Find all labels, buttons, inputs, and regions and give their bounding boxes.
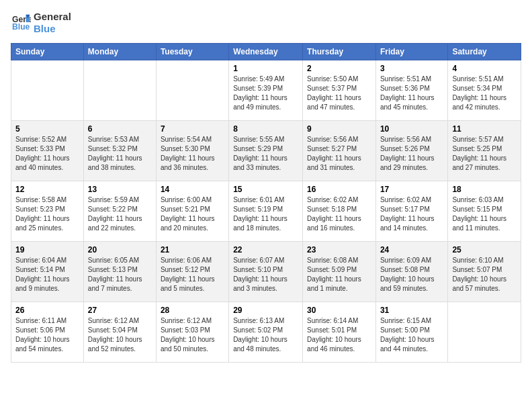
day-info: Sunrise: 6:09 AM Sunset: 5:08 PM Dayligh…	[380, 256, 443, 293]
day-info: Sunrise: 5:56 AM Sunset: 5:26 PM Dayligh…	[380, 135, 443, 173]
calendar-cell: 21Sunrise: 6:06 AM Sunset: 5:12 PM Dayli…	[156, 242, 228, 302]
day-number: 14	[161, 185, 224, 194]
day-info: Sunrise: 5:52 AM Sunset: 5:33 PM Dayligh…	[15, 135, 79, 173]
day-number: 12	[15, 185, 79, 194]
day-header-saturday: Saturday	[448, 44, 521, 60]
calendar-cell: 29Sunrise: 6:13 AM Sunset: 5:02 PM Dayli…	[229, 302, 303, 363]
week-row-3: 12Sunrise: 5:58 AM Sunset: 5:23 PM Dayli…	[11, 181, 521, 242]
day-header-thursday: Thursday	[303, 44, 376, 60]
calendar-cell: 26Sunrise: 6:11 AM Sunset: 5:06 PM Dayli…	[11, 302, 84, 363]
day-header-tuesday: Tuesday	[156, 44, 228, 60]
day-number: 7	[161, 124, 224, 134]
day-info: Sunrise: 6:08 AM Sunset: 5:09 PM Dayligh…	[307, 256, 371, 293]
day-info: Sunrise: 5:55 AM Sunset: 5:29 PM Dayligh…	[233, 135, 298, 173]
day-number: 15	[233, 185, 298, 194]
day-number: 2	[307, 64, 371, 73]
day-header-friday: Friday	[375, 44, 447, 60]
calendar-cell: 18Sunrise: 6:03 AM Sunset: 5:15 PM Dayli…	[448, 181, 521, 242]
calendar-cell	[156, 60, 228, 121]
day-header-sunday: Sunday	[11, 44, 84, 60]
calendar-cell: 7Sunrise: 5:54 AM Sunset: 5:30 PM Daylig…	[156, 121, 228, 181]
day-info: Sunrise: 5:53 AM Sunset: 5:32 PM Dayligh…	[88, 135, 152, 173]
day-info: Sunrise: 6:06 AM Sunset: 5:12 PM Dayligh…	[161, 256, 224, 293]
calendar-cell: 22Sunrise: 6:07 AM Sunset: 5:10 PM Dayli…	[229, 242, 303, 302]
calendar-cell: 15Sunrise: 6:01 AM Sunset: 5:19 PM Dayli…	[229, 181, 303, 242]
day-info: Sunrise: 5:59 AM Sunset: 5:22 PM Dayligh…	[88, 195, 152, 233]
calendar-cell: 1Sunrise: 5:49 AM Sunset: 5:39 PM Daylig…	[229, 60, 303, 121]
day-number: 17	[380, 185, 443, 194]
day-info: Sunrise: 6:14 AM Sunset: 5:01 PM Dayligh…	[307, 316, 371, 354]
day-number: 23	[307, 245, 371, 255]
calendar-cell: 14Sunrise: 6:00 AM Sunset: 5:21 PM Dayli…	[156, 181, 228, 242]
day-number: 21	[161, 245, 224, 255]
calendar-cell: 11Sunrise: 5:57 AM Sunset: 5:25 PM Dayli…	[448, 121, 521, 181]
day-info: Sunrise: 6:05 AM Sunset: 5:13 PM Dayligh…	[88, 256, 152, 293]
day-number: 24	[380, 245, 443, 255]
day-info: Sunrise: 5:57 AM Sunset: 5:25 PM Dayligh…	[452, 135, 517, 173]
calendar-cell: 30Sunrise: 6:14 AM Sunset: 5:01 PM Dayli…	[303, 302, 376, 363]
day-number: 8	[233, 124, 298, 134]
calendar-cell	[11, 60, 84, 121]
week-row-2: 5Sunrise: 5:52 AM Sunset: 5:33 PM Daylig…	[11, 121, 521, 181]
logo-general: General	[34, 11, 71, 23]
day-number: 29	[233, 306, 298, 315]
day-number: 27	[88, 306, 152, 315]
day-number: 11	[452, 124, 517, 134]
day-info: Sunrise: 6:03 AM Sunset: 5:15 PM Dayligh…	[452, 195, 517, 233]
day-info: Sunrise: 5:50 AM Sunset: 5:37 PM Dayligh…	[307, 75, 371, 112]
day-number: 22	[233, 245, 298, 255]
week-row-1: 1Sunrise: 5:49 AM Sunset: 5:39 PM Daylig…	[11, 60, 521, 121]
calendar-cell: 10Sunrise: 5:56 AM Sunset: 5:26 PM Dayli…	[375, 121, 447, 181]
day-info: Sunrise: 6:00 AM Sunset: 5:21 PM Dayligh…	[161, 195, 224, 233]
day-info: Sunrise: 5:51 AM Sunset: 5:34 PM Dayligh…	[452, 75, 517, 112]
day-info: Sunrise: 5:54 AM Sunset: 5:30 PM Dayligh…	[161, 135, 224, 173]
day-number: 18	[452, 185, 517, 194]
day-number: 26	[15, 306, 79, 315]
day-info: Sunrise: 6:01 AM Sunset: 5:19 PM Dayligh…	[233, 195, 298, 233]
calendar-cell: 3Sunrise: 5:51 AM Sunset: 5:36 PM Daylig…	[375, 60, 447, 121]
day-number: 10	[380, 124, 443, 134]
calendar-cell: 25Sunrise: 6:10 AM Sunset: 5:07 PM Dayli…	[448, 242, 521, 302]
day-header-wednesday: Wednesday	[229, 44, 303, 60]
day-header-monday: Monday	[83, 44, 156, 60]
calendar-cell: 16Sunrise: 6:02 AM Sunset: 5:18 PM Dayli…	[303, 181, 376, 242]
day-number: 1	[233, 64, 298, 73]
calendar-cell	[448, 302, 521, 363]
calendar-table: SundayMondayTuesdayWednesdayThursdayFrid…	[11, 43, 521, 363]
calendar-cell: 20Sunrise: 6:05 AM Sunset: 5:13 PM Dayli…	[83, 242, 156, 302]
calendar-cell: 17Sunrise: 6:02 AM Sunset: 5:17 PM Dayli…	[375, 181, 447, 242]
calendar-cell: 13Sunrise: 5:59 AM Sunset: 5:22 PM Dayli…	[83, 181, 156, 242]
calendar-cell: 6Sunrise: 5:53 AM Sunset: 5:32 PM Daylig…	[83, 121, 156, 181]
days-header-row: SundayMondayTuesdayWednesdayThursdayFrid…	[11, 44, 521, 60]
calendar-cell: 2Sunrise: 5:50 AM Sunset: 5:37 PM Daylig…	[303, 60, 376, 121]
day-info: Sunrise: 5:51 AM Sunset: 5:36 PM Dayligh…	[380, 75, 443, 112]
day-number: 16	[307, 185, 371, 194]
calendar-cell: 12Sunrise: 5:58 AM Sunset: 5:23 PM Dayli…	[11, 181, 84, 242]
day-number: 5	[15, 124, 79, 134]
day-number: 20	[88, 245, 152, 255]
day-info: Sunrise: 6:15 AM Sunset: 5:00 PM Dayligh…	[380, 316, 443, 354]
day-info: Sunrise: 5:49 AM Sunset: 5:39 PM Dayligh…	[233, 75, 298, 112]
logo: General Blue General Blue	[11, 11, 71, 35]
day-number: 28	[161, 306, 224, 315]
day-info: Sunrise: 6:07 AM Sunset: 5:10 PM Dayligh…	[233, 256, 298, 293]
calendar-cell: 31Sunrise: 6:15 AM Sunset: 5:00 PM Dayli…	[375, 302, 447, 363]
day-info: Sunrise: 6:12 AM Sunset: 5:04 PM Dayligh…	[88, 316, 152, 354]
week-row-4: 19Sunrise: 6:04 AM Sunset: 5:14 PM Dayli…	[11, 242, 521, 302]
day-number: 13	[88, 185, 152, 194]
day-number: 19	[15, 245, 79, 255]
day-info: Sunrise: 6:12 AM Sunset: 5:03 PM Dayligh…	[161, 316, 224, 354]
day-number: 6	[88, 124, 152, 134]
day-info: Sunrise: 6:04 AM Sunset: 5:14 PM Dayligh…	[15, 256, 79, 293]
calendar-cell: 27Sunrise: 6:12 AM Sunset: 5:04 PM Dayli…	[83, 302, 156, 363]
calendar-cell: 4Sunrise: 5:51 AM Sunset: 5:34 PM Daylig…	[448, 60, 521, 121]
calendar-cell: 19Sunrise: 6:04 AM Sunset: 5:14 PM Dayli…	[11, 242, 84, 302]
day-number: 4	[452, 64, 517, 73]
day-number: 9	[307, 124, 371, 134]
day-info: Sunrise: 6:02 AM Sunset: 5:18 PM Dayligh…	[307, 195, 371, 233]
day-info: Sunrise: 5:56 AM Sunset: 5:27 PM Dayligh…	[307, 135, 371, 173]
day-number: 31	[380, 306, 443, 315]
calendar-cell: 28Sunrise: 6:12 AM Sunset: 5:03 PM Dayli…	[156, 302, 228, 363]
day-info: Sunrise: 6:11 AM Sunset: 5:06 PM Dayligh…	[15, 316, 79, 354]
day-number: 30	[307, 306, 371, 315]
